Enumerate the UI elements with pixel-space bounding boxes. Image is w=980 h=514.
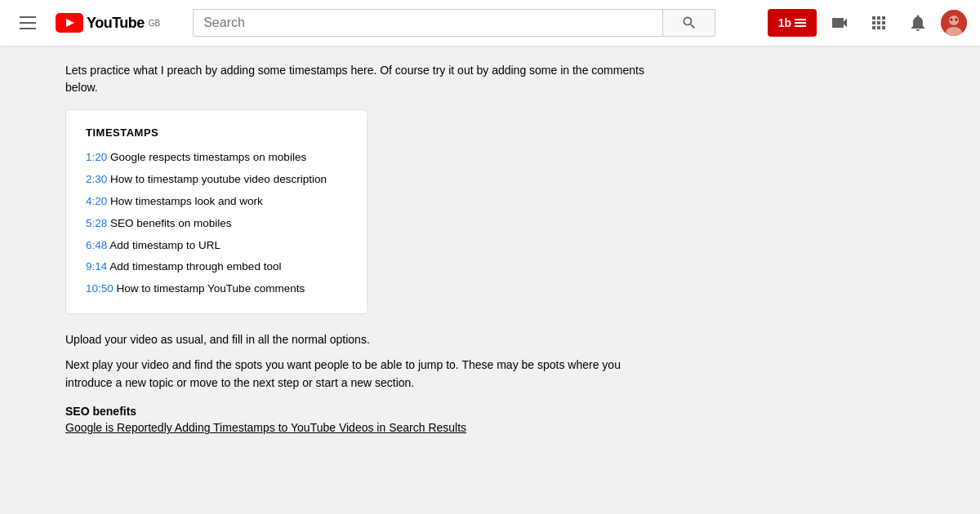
bell-icon (908, 13, 928, 33)
apps-icon (869, 13, 889, 33)
logo-country: GB (149, 19, 160, 28)
avatar[interactable] (941, 10, 967, 36)
timestamps-title: TIMESTAMPS (86, 126, 347, 139)
timestamp-link[interactable]: 1:20 (86, 151, 107, 163)
search-bar (193, 9, 715, 37)
main-content: Lets practice what I preach by adding so… (0, 46, 735, 514)
timestamp-item: 4:20 How timestamps look and work (86, 194, 347, 210)
subscribe-count: 1b (778, 16, 791, 29)
svg-point-8 (951, 19, 953, 21)
svg-point-9 (956, 19, 958, 21)
notifications-button[interactable] (902, 7, 934, 39)
timestamp-list: 1:20 Google respects timestamps on mobil… (86, 150, 347, 297)
apps-button[interactable] (862, 7, 895, 39)
create-video-button[interactable] (823, 7, 856, 39)
seo-link[interactable]: Google is Reportedly Adding Timestamps t… (65, 421, 466, 434)
timestamp-link[interactable]: 4:20 (86, 195, 107, 207)
body-line1: Upload your video as usual, and fill in … (65, 330, 670, 348)
timestamp-item: 2:30 How to timestamp youtube video desc… (86, 172, 347, 188)
avatar-svg (941, 10, 967, 36)
search-icon (681, 15, 697, 31)
svg-point-6 (949, 16, 959, 25)
youtube-logo-icon (56, 13, 83, 33)
timestamps-box: TIMESTAMPS 1:20 Google respects timestam… (65, 109, 368, 314)
header-right: 1b (768, 7, 967, 39)
search-button[interactable] (663, 9, 715, 37)
intro-text: Lets practice what I preach by adding so… (65, 62, 670, 96)
list-lines-icon (795, 19, 806, 27)
svg-rect-2 (795, 19, 806, 20)
timestamp-item: 6:48 Add timestamp to URL (86, 238, 347, 254)
seo-section: SEO benefits Google is Reportedly Adding… (65, 405, 670, 434)
timestamp-item: 10:50 How to timestamp YouTube comments (86, 281, 347, 297)
timestamp-link[interactable]: 6:48 (86, 239, 107, 251)
timestamp-item: 5:28 SEO benefits on mobiles (86, 216, 347, 232)
site-header: YouTubeGB 1b (0, 0, 980, 46)
hamburger-menu[interactable] (13, 10, 42, 36)
svg-rect-3 (795, 22, 806, 24)
timestamp-link[interactable]: 5:28 (86, 217, 107, 229)
timestamp-item: 9:14 Add timestamp through embed tool (86, 259, 347, 275)
subscribe-icon[interactable]: 1b (768, 9, 817, 37)
timestamp-link[interactable]: 10:50 (86, 282, 114, 295)
body-line2: Next play your video and find the spots … (65, 356, 670, 392)
svg-rect-4 (795, 25, 806, 27)
header-left: YouTubeGB (13, 10, 160, 36)
youtube-logo[interactable]: YouTubeGB (56, 13, 160, 33)
timestamp-item: 1:20 Google respects timestamps on mobil… (86, 150, 347, 166)
search-input-wrap (193, 9, 663, 37)
camera-icon (830, 13, 849, 33)
timestamp-link[interactable]: 9:14 (86, 260, 107, 273)
seo-heading: SEO benefits (65, 405, 670, 418)
logo-text: YouTube (87, 15, 145, 32)
avatar-image (941, 10, 967, 36)
timestamp-link[interactable]: 2:30 (86, 173, 107, 185)
search-input[interactable] (194, 10, 662, 36)
